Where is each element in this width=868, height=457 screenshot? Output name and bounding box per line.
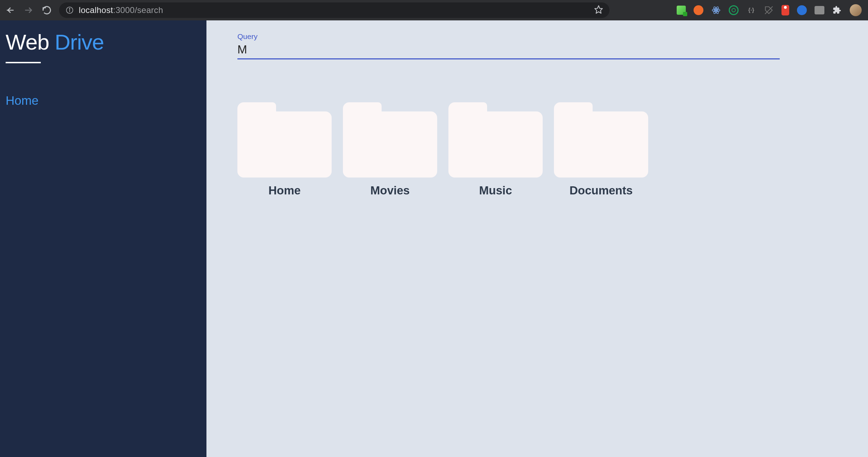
extensions-area: {·} xyxy=(677,4,864,16)
arrow-right-icon xyxy=(24,6,33,15)
logo-underline xyxy=(6,62,41,63)
extension-icon[interactable] xyxy=(797,5,807,15)
extensions-menu-button[interactable] xyxy=(832,5,842,15)
site-info-icon[interactable] xyxy=(65,6,74,14)
url-text: localhost:3000/search xyxy=(79,5,163,15)
folder-item-movies[interactable]: Movies xyxy=(343,102,437,197)
logo-text-part1: Web xyxy=(6,30,55,54)
main-content: Query Home Movies Music Documents xyxy=(206,20,868,457)
reload-button[interactable] xyxy=(41,4,53,16)
search-field-group: Query xyxy=(237,32,780,59)
extension-icon[interactable] xyxy=(711,5,721,15)
browser-chrome-bar: localhost:3000/search {·} xyxy=(0,0,868,20)
forward-button[interactable] xyxy=(23,4,34,16)
sidebar-nav: Home xyxy=(6,94,201,108)
svg-point-4 xyxy=(69,8,70,9)
tag-off-icon xyxy=(764,6,773,15)
search-input[interactable] xyxy=(237,41,780,59)
extension-icon[interactable]: {·} xyxy=(746,5,756,15)
folder-icon xyxy=(343,102,437,178)
folder-label: Documents xyxy=(554,184,648,197)
svg-marker-5 xyxy=(595,6,602,13)
url-path: :3000/search xyxy=(113,5,163,15)
url-host: localhost xyxy=(79,5,113,15)
sidebar-link-home[interactable]: Home xyxy=(6,94,201,108)
folder-label: Music xyxy=(448,184,543,197)
extension-icon[interactable] xyxy=(815,6,824,14)
svg-point-6 xyxy=(715,9,717,11)
extension-icon[interactable] xyxy=(694,5,703,15)
atom-icon xyxy=(711,6,721,15)
puzzle-icon xyxy=(832,6,842,15)
folder-item-documents[interactable]: Documents xyxy=(554,102,648,197)
app-logo: Web Drive xyxy=(6,30,201,54)
star-icon xyxy=(594,5,603,14)
search-label: Query xyxy=(237,32,780,41)
bookmark-button[interactable] xyxy=(594,5,603,15)
extension-icon[interactable] xyxy=(764,5,774,15)
folder-icon xyxy=(237,102,332,178)
profile-avatar[interactable] xyxy=(850,4,862,16)
folder-label: Movies xyxy=(343,184,437,197)
folder-item-home[interactable]: Home xyxy=(237,102,332,197)
arrow-left-icon xyxy=(6,6,15,15)
folder-grid: Home Movies Music Documents xyxy=(237,102,837,197)
folder-icon xyxy=(554,102,648,178)
folder-label: Home xyxy=(237,184,332,197)
logo-text-part2: Drive xyxy=(55,30,104,54)
address-bar[interactable]: localhost:3000/search xyxy=(59,2,609,18)
svg-line-10 xyxy=(765,6,773,14)
reload-icon xyxy=(42,5,52,15)
back-button[interactable] xyxy=(4,4,16,16)
extension-icon[interactable] xyxy=(729,5,739,15)
extension-icon[interactable] xyxy=(781,5,789,15)
folder-item-music[interactable]: Music xyxy=(448,102,543,197)
folder-icon xyxy=(448,102,543,178)
extension-icon[interactable] xyxy=(677,6,686,15)
sidebar: Web Drive Home xyxy=(0,20,206,457)
app-root: Web Drive Home Query Home Movies Music xyxy=(0,20,868,457)
